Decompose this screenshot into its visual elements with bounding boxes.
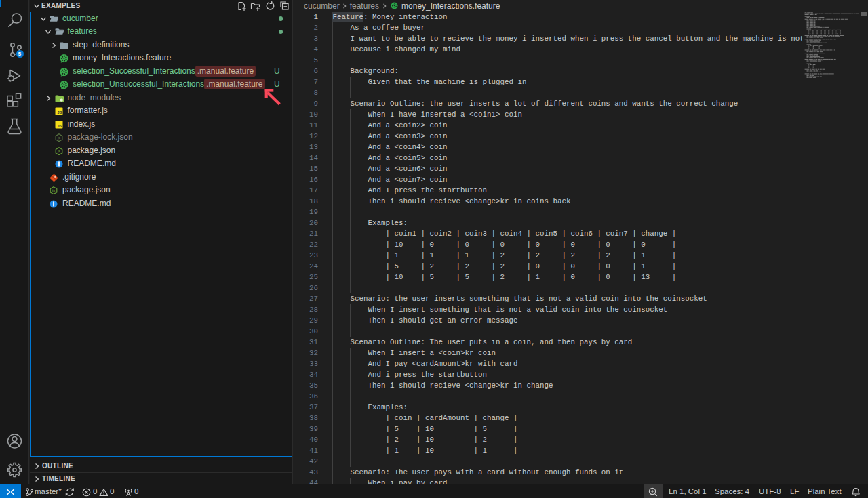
svg-text:js: js bbox=[57, 149, 60, 153]
svg-text:js: js bbox=[57, 136, 60, 140]
svg-text:JS: JS bbox=[57, 110, 62, 115]
svg-text:JS: JS bbox=[57, 124, 62, 128]
svg-text:js: js bbox=[52, 188, 55, 192]
